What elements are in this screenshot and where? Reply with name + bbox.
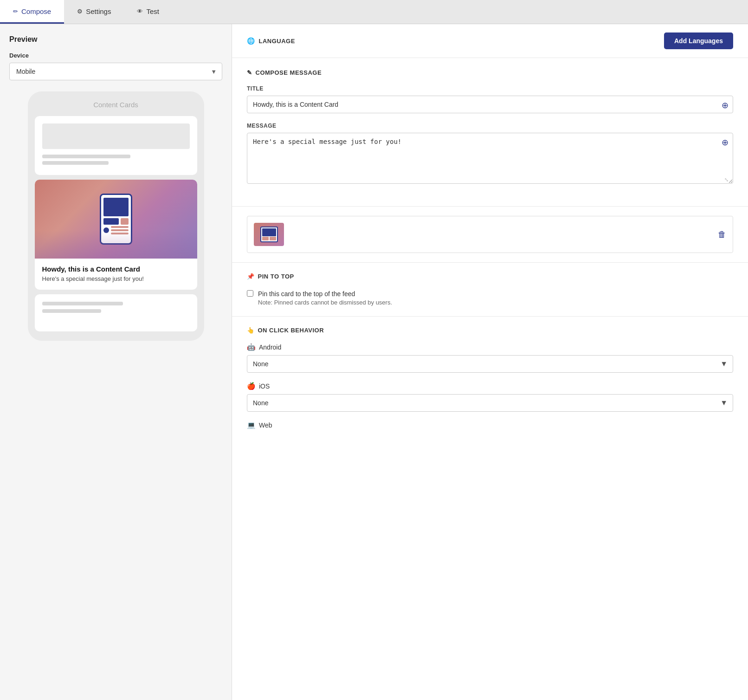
device-label: Device bbox=[9, 52, 222, 59]
content-card: Howdy, this is a Content Card Here's a s… bbox=[35, 180, 197, 290]
placeholder-image bbox=[42, 123, 190, 149]
add-languages-button[interactable]: Add Languages bbox=[664, 32, 733, 49]
device-select-wrapper: Mobile Desktop ▼ bbox=[9, 63, 222, 80]
compose-heading: ✎ COMPOSE MESSAGE bbox=[247, 69, 733, 76]
android-platform-row: 🤖 Android None ▼ bbox=[247, 343, 733, 373]
pin-heading: 📌 PIN TO TOP bbox=[247, 273, 733, 280]
message-field-wrapper: ⊕ ⤡ bbox=[247, 133, 733, 186]
settings-icon: ⚙ bbox=[77, 8, 83, 15]
phone-body: Howdy, this is a Content Card Here's a s… bbox=[35, 116, 197, 331]
settings-tab-label: Settings bbox=[86, 7, 111, 15]
ios-platform-row: 🍎 iOS None ▼ bbox=[247, 382, 733, 412]
bottom-line-1 bbox=[42, 302, 123, 305]
compose-heading-text: COMPOSE MESSAGE bbox=[256, 69, 322, 76]
top-navigation: ✏ Compose ⚙ Settings 👁 Test bbox=[0, 0, 748, 24]
language-text: LANGUAGE bbox=[259, 38, 295, 45]
language-bar: 🌐 LANGUAGE Add Languages bbox=[232, 24, 748, 58]
thumbnail-inner bbox=[260, 227, 278, 242]
compose-tab-label: Compose bbox=[21, 7, 51, 15]
phone-illus-rect-blue bbox=[103, 218, 119, 225]
phone-header-label: Content Cards bbox=[35, 101, 197, 109]
placeholder-line-2 bbox=[42, 161, 109, 165]
thumb-screen bbox=[262, 228, 276, 236]
android-label-text: Android bbox=[259, 344, 281, 351]
compose-icon-heading: ✎ bbox=[247, 69, 252, 76]
web-icon: 💻 bbox=[247, 421, 256, 429]
preview-panel: Preview Device Mobile Desktop ▼ Content … bbox=[0, 24, 232, 700]
pin-section: 📌 PIN TO TOP Pin this card to the top of… bbox=[232, 263, 748, 317]
android-select-wrapper: None ▼ bbox=[247, 355, 733, 373]
placeholder-card-top bbox=[35, 116, 197, 175]
tab-compose[interactable]: ✏ Compose bbox=[0, 0, 64, 24]
ios-label-text: iOS bbox=[259, 382, 270, 390]
pin-icon: 📌 bbox=[247, 273, 255, 280]
onclick-heading-text: ON CLICK BEHAVIOR bbox=[258, 327, 324, 334]
ios-select[interactable]: None bbox=[247, 394, 733, 412]
thumb-row bbox=[262, 237, 276, 240]
tab-settings[interactable]: ⚙ Settings bbox=[64, 0, 124, 24]
pin-checkbox-row: Pin this card to the top of the feed Not… bbox=[247, 289, 733, 306]
image-preview-box: 🗑 bbox=[247, 216, 733, 253]
web-label: 💻 Web bbox=[247, 421, 733, 429]
tab-test[interactable]: 👁 Test bbox=[124, 0, 172, 24]
web-platform-row: 💻 Web bbox=[247, 421, 733, 429]
placeholder-card-bottom bbox=[35, 294, 197, 331]
content-card-body: Howdy, this is a Content Card Here's a s… bbox=[35, 259, 197, 290]
bottom-line-2 bbox=[42, 309, 101, 313]
compose-icon: ✏ bbox=[13, 8, 18, 15]
main-layout: Preview Device Mobile Desktop ▼ Content … bbox=[0, 24, 748, 700]
pin-checkbox-content: Pin this card to the top of the feed Not… bbox=[258, 289, 392, 306]
android-label: 🤖 Android bbox=[247, 343, 733, 351]
android-select[interactable]: None bbox=[247, 355, 733, 373]
onclick-heading: 👆 ON CLICK BEHAVIOR bbox=[247, 327, 733, 334]
thumb-rect-2 bbox=[270, 237, 276, 240]
title-plus-icon[interactable]: ⊕ bbox=[722, 100, 729, 110]
phone-mockup: Content Cards bbox=[28, 91, 204, 341]
title-field-wrapper: ⊕ bbox=[247, 96, 733, 113]
ios-icon: 🍎 bbox=[247, 382, 256, 390]
device-select[interactable]: Mobile Desktop bbox=[9, 63, 222, 80]
content-card-message: Here's a special message just for you! bbox=[42, 275, 190, 282]
message-textarea[interactable] bbox=[247, 133, 733, 184]
pin-checkbox-note: Note: Pinned cards cannot be dismissed b… bbox=[258, 299, 392, 306]
language-label: 🌐 LANGUAGE bbox=[247, 37, 295, 45]
click-icon: 👆 bbox=[247, 327, 255, 334]
onclick-section: 👆 ON CLICK BEHAVIOR 🤖 Android None ▼ 🍎 bbox=[232, 317, 748, 449]
android-icon: 🤖 bbox=[247, 343, 256, 351]
globe-icon: 🌐 bbox=[247, 37, 255, 45]
message-plus-icon[interactable]: ⊕ bbox=[722, 137, 729, 148]
right-panel: 🌐 LANGUAGE Add Languages ✎ COMPOSE MESSA… bbox=[232, 24, 748, 700]
content-card-title: Howdy, this is a Content Card bbox=[42, 265, 190, 273]
title-field-label: TITLE bbox=[247, 85, 733, 92]
test-icon: 👁 bbox=[137, 8, 143, 15]
ios-label: 🍎 iOS bbox=[247, 382, 733, 390]
image-section: 🗑 bbox=[232, 207, 748, 263]
pin-checkbox[interactable] bbox=[247, 290, 253, 297]
test-tab-label: Test bbox=[146, 7, 159, 15]
thumb-rect-1 bbox=[262, 237, 269, 240]
phone-illus-line-1 bbox=[111, 226, 129, 228]
web-label-text: Web bbox=[259, 421, 272, 429]
preview-title: Preview bbox=[9, 35, 222, 44]
resize-handle-icon: ⤡ bbox=[724, 177, 729, 183]
image-thumbnail bbox=[254, 223, 284, 246]
phone-illus-rect-pink bbox=[121, 218, 129, 225]
pin-heading-text: PIN TO TOP bbox=[258, 273, 294, 280]
delete-image-icon[interactable]: 🗑 bbox=[718, 230, 726, 240]
wave-background bbox=[35, 231, 197, 259]
compose-section: ✎ COMPOSE MESSAGE TITLE ⊕ MESSAGE ⊕ ⤡ bbox=[232, 58, 748, 207]
placeholder-line-1 bbox=[42, 155, 131, 158]
content-card-image bbox=[35, 180, 197, 259]
message-field-label: MESSAGE bbox=[247, 123, 733, 129]
pin-checkbox-label: Pin this card to the top of the feed bbox=[258, 289, 392, 299]
title-input[interactable] bbox=[247, 96, 733, 113]
ios-select-wrapper: None ▼ bbox=[247, 394, 733, 412]
phone-illus-screen bbox=[103, 198, 129, 216]
phone-illus-row1 bbox=[103, 218, 129, 225]
